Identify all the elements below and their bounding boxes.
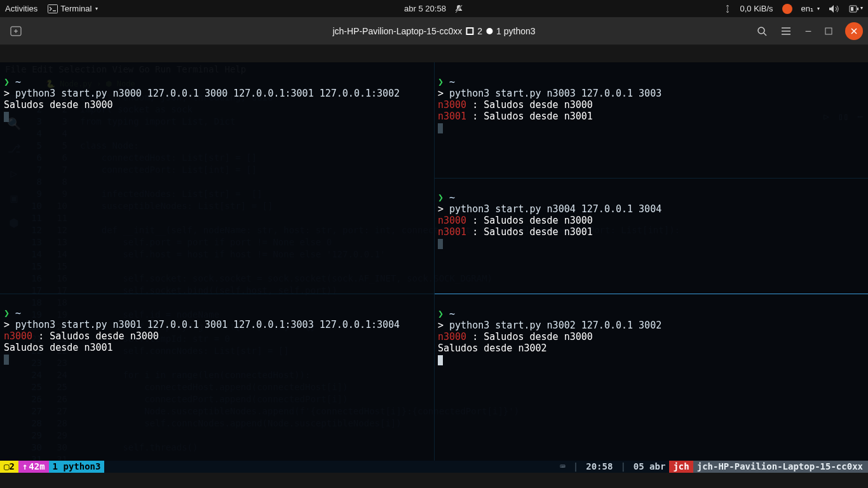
app-menu-label: Terminal <box>60 4 92 13</box>
network-speed-icon <box>724 5 731 13</box>
dot-icon <box>486 28 492 34</box>
clock[interactable]: abr 5 20:58 <box>404 4 446 13</box>
update-indicator-icon[interactable] <box>782 4 792 14</box>
tmux-statusbar: ▢ 2 ↑42m 1 python3 ⌨ | 20:58 | 05 abr jc… <box>0 461 868 473</box>
terminal-icon <box>48 4 58 13</box>
language-indicator[interactable]: en₁▾ <box>801 4 820 13</box>
activities-button[interactable]: Activities <box>5 4 37 13</box>
chevron-down-icon: ▾ <box>95 6 98 11</box>
status-uptime: ↑42m <box>18 461 49 473</box>
pane-divider-h-right-upper[interactable] <box>434 178 868 179</box>
pane-mid-right[interactable]: ❯ ~ > python3 start.py n3004 127.0.0.1 3… <box>434 178 868 294</box>
status-time: 20:58 <box>582 461 616 473</box>
new-tab-button[interactable] <box>5 22 27 41</box>
battery-icon[interactable]: ▾ <box>848 5 863 13</box>
svg-rect-5 <box>851 7 853 11</box>
volume-icon[interactable] <box>829 4 839 13</box>
search-button[interactable] <box>751 22 773 41</box>
status-session[interactable]: ▢ 2 <box>0 461 18 473</box>
window-titlebar: ─ jch-HP-Pavilion-Laptop-15-cc0xx 2 1 py… <box>0 17 868 45</box>
terminal-window: ─ jch-HP-Pavilion-Laptop-15-cc0xx 2 1 py… <box>0 17 868 488</box>
status-host: jch-HP-Pavilion-Laptop-15-cc0xx <box>693 461 868 473</box>
svg-rect-4 <box>857 8 858 10</box>
pane-divider-vertical[interactable] <box>434 62 435 461</box>
status-window[interactable]: 1 python3 <box>49 461 105 473</box>
net-speed: 0,0 KiB/s <box>740 4 773 13</box>
pane-bottom-right[interactable]: ❯ ~ > python3 start.py n3002 127.0.0.1 3… <box>434 294 868 461</box>
hamburger-menu-button[interactable] <box>775 22 797 41</box>
keyboard-icon: ⌨ <box>556 461 569 473</box>
status-date: 05 abr <box>630 461 670 473</box>
status-user: jch <box>669 461 693 473</box>
svg-point-9 <box>758 27 764 34</box>
pane-top-left[interactable]: ❯ ~ > python3 start.py n3000 127.0.0.1 3… <box>0 62 434 294</box>
minimize-button[interactable]: ─ <box>799 22 817 40</box>
window-title: jch-HP-Pavilion-Laptop-15-cc0xx 2 1 pyth… <box>332 26 535 36</box>
svg-rect-0 <box>48 4 58 13</box>
svg-rect-14 <box>825 28 832 34</box>
gnome-topbar: Activities Terminal ▾ abr 5 20:58 0,0 Ki… <box>0 0 868 17</box>
app-menu[interactable]: Terminal ▾ <box>48 4 98 13</box>
bell-off-icon[interactable] <box>454 4 464 14</box>
pane-bottom-left[interactable]: ❯ ~ > python3 start.py n3001 127.0.0.1 3… <box>0 294 434 461</box>
pane-top-right[interactable]: ❯ ~ > python3 start.py n3003 127.0.0.1 3… <box>434 62 868 178</box>
square-icon <box>466 27 473 35</box>
maximize-button[interactable] <box>820 22 837 40</box>
pane-divider-h-left[interactable] <box>0 294 434 294</box>
close-button[interactable] <box>845 22 863 40</box>
tmux-session[interactable]: ❯ ~ > python3 start.py n3000 127.0.0.1 3… <box>0 62 868 473</box>
svg-line-10 <box>764 33 766 36</box>
